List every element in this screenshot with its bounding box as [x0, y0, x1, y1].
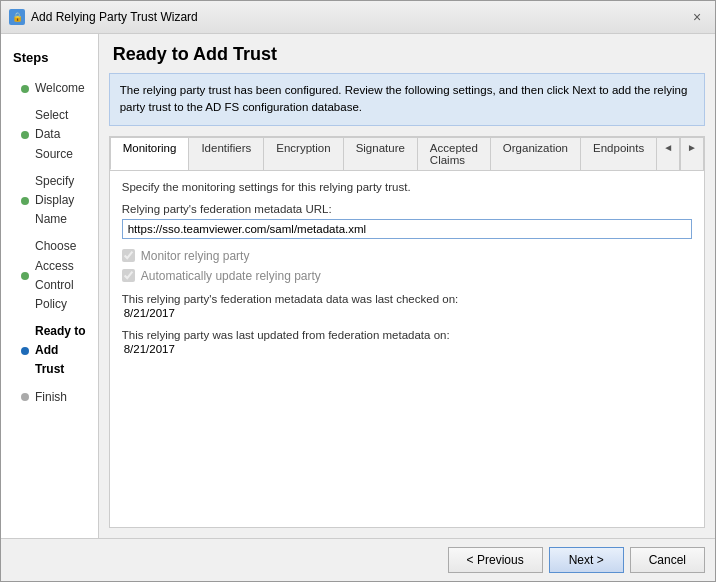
- url-input[interactable]: [122, 219, 692, 239]
- step-dot-ready: [21, 347, 29, 355]
- tab-scroll-right[interactable]: ►: [680, 137, 704, 170]
- auto-update-checkbox-row: Automatically update relying party: [122, 269, 692, 283]
- sidebar-label-finish: Finish: [35, 388, 67, 407]
- step-dot-specify: [21, 197, 29, 205]
- sidebar-item-ready[interactable]: Ready to Add Trust: [1, 318, 98, 384]
- sidebar-label-welcome: Welcome: [35, 79, 85, 98]
- sidebar: Steps Welcome Select Data Source Specify…: [1, 34, 99, 538]
- window-icon: 🔒: [9, 9, 25, 25]
- wizard-window: 🔒 Add Relying Party Trust Wizard × Steps…: [0, 0, 716, 582]
- close-button[interactable]: ×: [687, 7, 707, 27]
- title-bar: 🔒 Add Relying Party Trust Wizard ×: [1, 1, 715, 34]
- monitoring-desc: Specify the monitoring settings for this…: [122, 181, 692, 193]
- last-checked-value: 8/21/2017: [124, 307, 692, 319]
- tab-container: Monitoring Identifiers Encryption Signat…: [109, 136, 705, 529]
- url-label: Relying party's federation metadata URL:: [122, 203, 692, 215]
- sidebar-item-select-data-source[interactable]: Select Data Source: [1, 102, 98, 168]
- tab-endpoints[interactable]: Endpoints: [580, 137, 657, 170]
- title-bar-left: 🔒 Add Relying Party Trust Wizard: [9, 9, 198, 25]
- tab-monitoring[interactable]: Monitoring: [110, 137, 190, 170]
- last-checked-label: This relying party's federation metadata…: [122, 293, 692, 305]
- tab-accepted-claims[interactable]: Accepted Claims: [417, 137, 491, 170]
- sidebar-label-select: Select Data Source: [35, 106, 86, 164]
- tab-identifiers[interactable]: Identifiers: [188, 137, 264, 170]
- sidebar-item-choose-access[interactable]: Choose Access Control Policy: [1, 233, 98, 318]
- step-dot-access: [21, 272, 29, 280]
- tab-scroll-left[interactable]: ◄: [656, 137, 680, 170]
- monitor-label: Monitor relying party: [141, 249, 250, 263]
- sidebar-label-ready: Ready to Add Trust: [35, 322, 86, 380]
- monitor-checkbox[interactable]: [122, 249, 135, 262]
- tab-signature[interactable]: Signature: [343, 137, 418, 170]
- sidebar-title: Steps: [1, 44, 98, 75]
- tab-content-monitoring: Specify the monitoring settings for this…: [110, 171, 704, 528]
- window-title: Add Relying Party Trust Wizard: [31, 10, 198, 24]
- sidebar-item-finish[interactable]: Finish: [1, 384, 98, 411]
- tab-organization[interactable]: Organization: [490, 137, 581, 170]
- info-box: The relying party trust has been configu…: [109, 73, 705, 126]
- footer: < Previous Next > Cancel: [1, 538, 715, 581]
- previous-button[interactable]: < Previous: [448, 547, 543, 573]
- sidebar-item-specify-display-name[interactable]: Specify Display Name: [1, 168, 98, 234]
- last-updated-label: This relying party was last updated from…: [122, 329, 692, 341]
- sidebar-label-access: Choose Access Control Policy: [35, 237, 86, 314]
- last-updated-value: 8/21/2017: [124, 343, 692, 355]
- next-button[interactable]: Next >: [549, 547, 624, 573]
- sidebar-item-welcome[interactable]: Welcome: [1, 75, 98, 102]
- tab-encryption[interactable]: Encryption: [263, 137, 343, 170]
- sidebar-label-specify: Specify Display Name: [35, 172, 86, 230]
- cancel-button[interactable]: Cancel: [630, 547, 705, 573]
- step-dot-welcome: [21, 85, 29, 93]
- auto-update-label: Automatically update relying party: [141, 269, 321, 283]
- step-dot-select: [21, 131, 29, 139]
- main-content: Ready to Add Trust The relying party tru…: [99, 34, 715, 538]
- window-content: Steps Welcome Select Data Source Specify…: [1, 34, 715, 538]
- auto-update-checkbox[interactable]: [122, 269, 135, 282]
- step-dot-finish: [21, 393, 29, 401]
- page-title: Ready to Add Trust: [109, 44, 705, 65]
- monitor-checkbox-row: Monitor relying party: [122, 249, 692, 263]
- tab-bar: Monitoring Identifiers Encryption Signat…: [110, 137, 704, 171]
